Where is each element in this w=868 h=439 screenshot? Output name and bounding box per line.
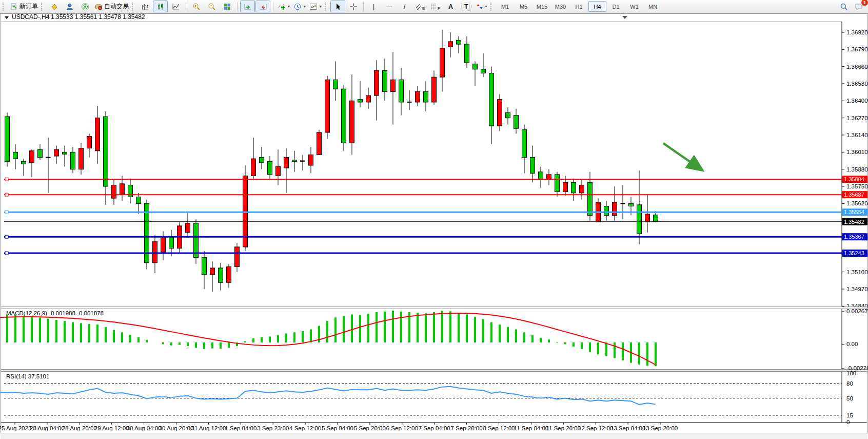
candle — [120, 184, 125, 195]
arrows-button[interactable]: ▾ — [474, 1, 489, 12]
time-tick-label: 28 Aug 20:00 — [62, 425, 97, 431]
timeframe-m15[interactable]: M15 — [533, 1, 551, 12]
time-tick-label: 11 Sep 20:00 — [546, 425, 581, 431]
line-anchor[interactable] — [5, 193, 8, 196]
timeframe-d1[interactable]: D1 — [607, 1, 625, 12]
candle — [580, 185, 584, 193]
signals-button[interactable] — [77, 1, 92, 12]
timeframe-h1[interactable]: H1 — [570, 1, 588, 12]
chat-button[interactable]: 1 — [852, 1, 866, 12]
candle — [79, 148, 84, 169]
candle — [235, 247, 240, 266]
timeframe-w1[interactable]: W1 — [625, 1, 643, 12]
toolbar-grip[interactable] — [3, 3, 6, 11]
zoom-out-button[interactable] — [204, 1, 219, 12]
candle — [391, 80, 396, 91]
candle — [654, 215, 658, 222]
chart-shift-button[interactable] — [255, 1, 270, 12]
time-tick-label: 5 Sep 04:00 — [322, 425, 353, 431]
candlestick-chart-button[interactable] — [153, 1, 168, 12]
toolbar-grip[interactable] — [132, 3, 135, 11]
profile-button[interactable] — [62, 1, 77, 12]
horizontal-line-button[interactable]: — — [382, 1, 397, 12]
zoom-in-icon — [192, 3, 201, 11]
candle — [260, 158, 264, 163]
candle — [604, 206, 609, 215]
fibonacci-button[interactable]: F — [428, 1, 443, 12]
chevron-down-icon: ▾ — [288, 4, 290, 9]
svg-text:1.35533 1.35561 1.35478 1.3548: 1.35533 1.35561 1.35478 1.35482 — [51, 13, 145, 21]
autoscroll-button[interactable] — [240, 1, 255, 12]
line-anchor[interactable] — [5, 178, 8, 181]
price-chart[interactable]: USDCAD-,H41.35533 1.35561 1.35478 1.3548… — [0, 13, 868, 439]
time-tick-label: 6 Sep 12:00 — [386, 425, 418, 431]
price-tick-label: 1.34970 — [846, 286, 868, 292]
templates-button[interactable]: ▾ — [308, 1, 323, 12]
line-chart-button[interactable] — [168, 1, 183, 12]
search-button[interactable] — [836, 1, 851, 12]
candle — [457, 40, 461, 44]
ink-bucket-icon — [50, 3, 58, 11]
candle — [555, 175, 560, 192]
cursor-button[interactable] — [330, 1, 345, 12]
bar-chart-button[interactable] — [137, 1, 152, 12]
price-tick-label: 1.36660 — [846, 64, 868, 70]
autotrading-button[interactable]: 自动交易 — [93, 1, 130, 12]
timeframe-m1[interactable]: M1 — [496, 1, 514, 12]
chart-window[interactable]: USDCAD-,H41.35533 1.35561 1.35478 1.3548… — [0, 13, 868, 439]
price-tick-label: 1.36140 — [846, 132, 868, 138]
ink-bucket-button[interactable] — [47, 1, 62, 12]
line-anchor[interactable] — [5, 252, 8, 255]
candle — [210, 268, 215, 275]
price-tick-label: 1.36010 — [846, 149, 868, 155]
chevron-down-icon: ▾ — [485, 4, 487, 9]
candle — [350, 101, 354, 143]
toolbar-grip[interactable] — [490, 3, 494, 11]
svg-text:USDCAD-,H4: USDCAD-,H4 — [12, 13, 50, 21]
text-button[interactable]: A — [443, 1, 458, 12]
candle — [473, 64, 478, 69]
candle — [399, 80, 404, 102]
toolbar-grip[interactable] — [41, 3, 44, 11]
candle — [22, 161, 26, 164]
chart-title: USDCAD-,H41.35533 1.35561 1.35478 1.3548… — [5, 13, 145, 21]
zoom-in-button[interactable] — [189, 1, 204, 12]
time-tick-label: 31 Aug 12:00 — [191, 425, 226, 431]
equidistant-channel-button[interactable]: E — [412, 1, 427, 12]
toolbar-separator — [237, 2, 238, 11]
candle — [30, 151, 34, 163]
indicators-button[interactable]: ▾ — [276, 1, 291, 12]
text-label-button[interactable]: T — [459, 1, 474, 12]
candle — [539, 172, 543, 180]
timeframe-h4[interactable]: H4 — [588, 1, 606, 12]
timeframe-mn[interactable]: MN — [644, 1, 662, 12]
timeframe-m5[interactable]: M5 — [515, 1, 532, 12]
price-line-badge-label: 1.35482 — [844, 219, 864, 225]
price-tick-label: 1.35100 — [846, 269, 868, 275]
tile-windows-button[interactable] — [220, 1, 234, 12]
price-tick-label: 1.36270 — [846, 115, 868, 121]
candle — [276, 167, 281, 176]
periods-button[interactable]: ▾ — [292, 1, 307, 12]
line-anchor[interactable] — [5, 235, 8, 238]
time-tick-label: 28 Aug 04:00 — [30, 425, 65, 431]
cursor-icon — [334, 3, 342, 11]
channel-letter: E — [422, 6, 425, 11]
candle — [333, 80, 338, 89]
crosshair-button[interactable] — [346, 1, 361, 12]
candle — [186, 223, 190, 233]
candle — [112, 185, 116, 198]
rsi-label: RSI(14) 37.5101 — [6, 373, 49, 379]
toolbar-grip[interactable] — [325, 3, 328, 11]
macd-axis-label: 0.002671 — [846, 308, 868, 314]
timeframe-m30[interactable]: M30 — [551, 1, 569, 12]
vertical-line-button[interactable]: | — [366, 1, 381, 12]
chevron-down-icon: ▾ — [320, 4, 322, 9]
candle — [489, 73, 494, 126]
price-line-badge-label: 1.35367 — [844, 234, 864, 240]
line-anchor[interactable] — [5, 211, 8, 214]
new-order-button[interactable]: 新订单 — [8, 1, 40, 12]
trendline-button[interactable]: / — [397, 1, 412, 12]
macd-axis-label: 0.00 — [846, 341, 858, 347]
new-order-icon — [10, 3, 18, 11]
